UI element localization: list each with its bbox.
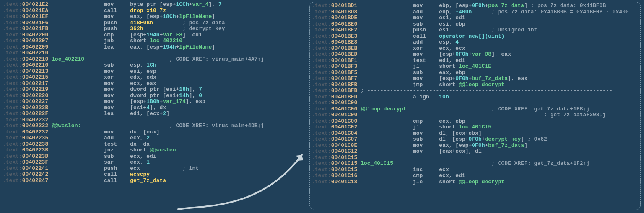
disasm-row: .text:00401C18 jle short @@loop_decrypt xyxy=(312,179,640,185)
address-prefix: .text: xyxy=(3,74,22,80)
address: 00401C18 xyxy=(331,179,357,185)
disasm-row: .text:00401BF3 jl short loc_401C1E xyxy=(312,64,640,70)
address: 00402232 xyxy=(22,123,48,129)
address-prefix: .text: xyxy=(312,142,331,149)
address: 00401BFB xyxy=(331,87,357,94)
address: 00402232 xyxy=(22,117,48,123)
disasm-row: .text:00402210 sub esp, 1Ch xyxy=(3,62,264,69)
disasm-row: .text:00401C15 loc_401C15: ; CODE XREF: … xyxy=(312,161,640,167)
mnemonic: jle xyxy=(413,179,439,185)
address: 00401C15 xyxy=(331,167,357,173)
disasm-row: .text:00401BF5 sub eax, ebp xyxy=(312,70,640,76)
mnemonic: jnb xyxy=(104,38,130,44)
address-prefix: .text: xyxy=(312,112,331,118)
address-prefix: .text: xyxy=(3,165,22,172)
mnemonic: push xyxy=(104,26,130,32)
address: 00402247 xyxy=(22,177,48,184)
address: 00402209 xyxy=(22,44,48,50)
mnemonic: add xyxy=(104,135,130,141)
disasm-row: .text:004021E2 mov byte ptr [esp+1CCh+va… xyxy=(3,2,264,8)
disasm-row: .text:00402213 mov esi, esp xyxy=(3,69,264,75)
mnemonic: mov xyxy=(413,142,439,149)
disasm-row: .text:00401C00 xyxy=(312,100,640,106)
address-prefix: .text: xyxy=(3,141,22,147)
disasm-row: .text:00402209 lea eax, [esp+194h+lpFile… xyxy=(3,44,264,51)
disasm-row: .text:00401C0E mov eax, [esp+0F0h+buf_7z… xyxy=(312,143,640,149)
disasm-row: .text:00401C00 @@loop_decrypt: ; CODE XR… xyxy=(312,106,640,113)
disasm-row: .text:00402210 loc_402210: ; CODE XREF: … xyxy=(3,56,264,63)
address-prefix: .text: xyxy=(3,92,22,99)
address: 00401BF7 xyxy=(331,75,357,82)
disasm-row: .text:00401BD8 add ebp, -400h ; pos_7z_d… xyxy=(312,9,640,15)
address: 00401BFB xyxy=(331,82,357,88)
address: 00402207 xyxy=(22,38,48,44)
address-prefix: .text: xyxy=(312,75,331,82)
address: 00401C15 xyxy=(331,154,357,161)
mnemonic: mov xyxy=(413,75,439,82)
mnemonic: add xyxy=(413,9,439,15)
disasm-row: .text:00401C15 xyxy=(312,155,640,161)
disasm-row: .text:00402232 @@wcslen: ; CODE XREF: vi… xyxy=(3,123,264,129)
address: 0040223F xyxy=(22,159,48,165)
address-prefix: .text: xyxy=(3,8,22,14)
address-prefix: .text: xyxy=(312,15,331,21)
mnemonic: push xyxy=(104,165,130,172)
mnemonic: mov xyxy=(413,15,439,21)
address: 00401C00 xyxy=(331,100,357,106)
disasm-row: .text:00402247 call get_7z_data xyxy=(3,178,264,184)
disasm-row: .text:00401BE3 call operator new[](uint) xyxy=(312,33,640,40)
address: 00402219 xyxy=(22,86,48,92)
address-prefix: .text: xyxy=(312,160,331,167)
address: 00401C15 xyxy=(331,160,357,167)
disasm-row: .text:004021F6 push 41BF0Bh ; pos_7z_dat… xyxy=(3,20,264,26)
address-prefix: .text: xyxy=(3,32,22,38)
disasm-row: .text:0040223F sar ecx, 1 xyxy=(3,159,264,166)
disasm-row: .text:00402207 jnb short loc_402210 xyxy=(3,38,264,44)
mnemonic: lea xyxy=(104,44,130,50)
address: 004021EA xyxy=(22,8,48,14)
address-prefix: .text: xyxy=(3,105,22,111)
disasm-row: .text:00401BF7 mov [esp+0F0h+buf_7z_data… xyxy=(312,76,640,82)
disasm-row: .text:00401C16 cmp ecx, edi xyxy=(312,173,640,179)
address-prefix: .text: xyxy=(312,136,331,142)
disasm-row: .text:00401C15 inc ecx xyxy=(312,167,640,173)
disasm-row: .text:00402235 add ecx, 2 xyxy=(3,135,264,141)
disasm-row: .text:00401BFB jmp short @@loop_decrypt xyxy=(312,82,640,88)
address: 00402217 xyxy=(22,80,48,87)
address: 00401BE8 xyxy=(331,39,357,45)
address-prefix: .text: xyxy=(312,51,331,57)
mnemonic: sub xyxy=(104,153,130,159)
disasm-row: .text:004021EF mov eax, [esp+18Ch+lpFile… xyxy=(3,14,264,20)
address: 00401BF3 xyxy=(331,63,357,69)
disasm-row: .text:00401BE8 add esp, 4 xyxy=(312,39,640,46)
address-prefix: .text: xyxy=(312,124,331,130)
address: 00402227 xyxy=(22,98,48,105)
disasm-row: .text:00402200 cmp [esp+194h+var_F8], ed… xyxy=(3,32,264,38)
address-prefix: .text: xyxy=(312,118,331,124)
address-prefix: .text: xyxy=(3,80,22,87)
address-prefix: .text: xyxy=(312,69,331,76)
address: 00401BDE xyxy=(331,15,357,21)
mnemonic: jnz xyxy=(104,147,130,153)
disasm-row: .text:00402238 test dx, dx xyxy=(3,141,264,148)
mnemonic: call xyxy=(104,177,130,184)
disasm-row: .text:004021EA call drop_x10_7z xyxy=(3,8,264,14)
code-label: @@loop_decrypt: xyxy=(361,106,410,112)
mnemonic: cmp xyxy=(413,118,439,124)
mnemonic: mov xyxy=(104,80,130,87)
address-prefix: .text: xyxy=(3,62,22,68)
address-prefix: .text: xyxy=(3,159,22,165)
address-prefix: .text: xyxy=(3,110,22,117)
disasm-row: .text:00402215 xor edx, edx xyxy=(3,74,264,81)
disasm-row: .text:00401BD1 mov ebp, [esp+0F0h+pos_7z… xyxy=(312,3,640,9)
address: 00401C00 xyxy=(331,112,357,118)
address: 00402210 xyxy=(22,56,48,62)
address: 00401BED xyxy=(331,51,357,57)
address: 0040222B xyxy=(22,105,48,111)
address-prefix: .text: xyxy=(3,123,22,129)
disasm-row: .text:00401C00 cmp ecx, ebp xyxy=(312,118,640,125)
disasm-row: .text:00401BFD align 10h xyxy=(312,94,640,100)
address-prefix: .text: xyxy=(3,44,22,50)
address-prefix: .text: xyxy=(3,38,22,44)
address: 0040223B xyxy=(22,147,48,153)
